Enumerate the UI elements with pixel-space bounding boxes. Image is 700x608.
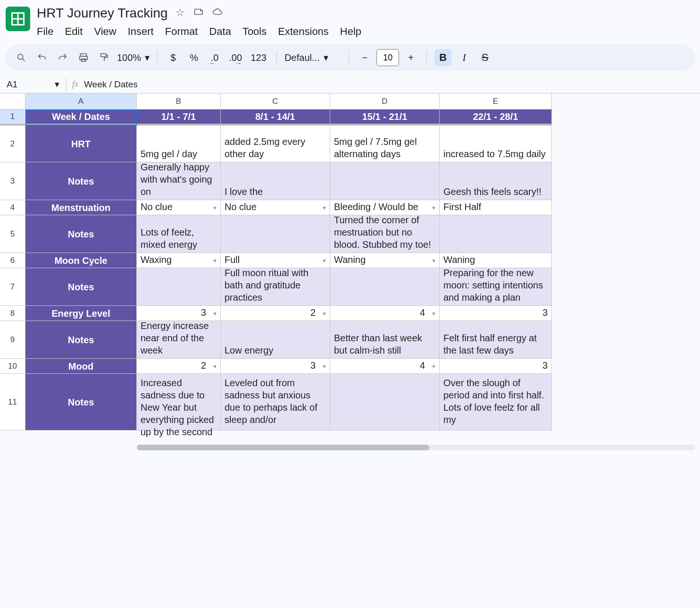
select-all-corner[interactable] <box>0 93 25 110</box>
star-icon[interactable]: ☆ <box>175 7 185 20</box>
menu-help[interactable]: Help <box>340 25 361 38</box>
bold-button[interactable]: B <box>434 49 451 66</box>
cell-a5[interactable]: Notes <box>25 215 137 253</box>
cell-a9[interactable]: Notes <box>25 321 137 359</box>
row-header-6[interactable]: 6 <box>0 253 25 268</box>
cell-a6[interactable]: Moon Cycle <box>25 253 137 268</box>
cell-d1[interactable]: 15/1 - 21/1 <box>330 110 440 126</box>
cell-e9[interactable]: Felt first half energy at the last few d… <box>440 321 552 359</box>
cell-b4[interactable]: No clue <box>137 200 221 215</box>
cell-c2[interactable]: added 2.5mg every other day <box>221 126 330 162</box>
cell-b1[interactable]: 1/1 - 7/1 <box>137 110 221 126</box>
strikethrough-button[interactable]: S <box>477 50 493 66</box>
cell-c5[interactable] <box>221 215 330 253</box>
increase-font-button[interactable]: + <box>403 50 419 66</box>
cell-d5[interactable]: Turned the corner of mestruation but no … <box>330 215 440 253</box>
cell-e10[interactable]: 3 <box>440 359 552 374</box>
cell-e5[interactable] <box>440 215 552 253</box>
cell-e1[interactable]: 22/1 - 28/1 <box>440 110 552 126</box>
cell-d10[interactable]: 4 <box>330 359 440 374</box>
col-header-b[interactable]: B <box>137 93 221 110</box>
cell-a11[interactable]: Notes <box>25 374 137 431</box>
cell-e2[interactable]: increased to 7.5mg daily <box>440 126 552 162</box>
cell-c8[interactable]: 2 <box>221 306 330 321</box>
row-header-8[interactable]: 8 <box>0 306 25 321</box>
cell-b10[interactable]: 2 <box>137 359 221 374</box>
menu-extensions[interactable]: Extensions <box>278 25 329 38</box>
format-currency-button[interactable]: $ <box>165 50 181 66</box>
cell-a4[interactable]: Menstruation <box>25 200 137 215</box>
menu-edit[interactable]: Edit <box>65 25 83 38</box>
cell-e8[interactable]: 3 <box>440 306 552 321</box>
cell-c6[interactable]: Full <box>221 253 330 268</box>
row-header-2[interactable]: 2 <box>0 126 25 162</box>
undo-icon[interactable] <box>34 50 50 66</box>
cell-d8[interactable]: 4 <box>330 306 440 321</box>
row-header-11[interactable]: 11 <box>0 374 25 431</box>
cell-a1[interactable]: Week / Dates <box>25 110 137 126</box>
cell-e6[interactable]: Waning <box>440 253 552 268</box>
formula-input[interactable]: Week / Dates <box>84 79 138 90</box>
cell-a7[interactable]: Notes <box>25 268 137 306</box>
horizontal-scrollbar[interactable] <box>137 445 695 450</box>
cell-b3[interactable]: Generally happy with what's going on <box>137 162 221 200</box>
row-header-10[interactable]: 10 <box>0 359 25 374</box>
cell-e3[interactable]: Geesh this feels scary!! <box>440 162 552 200</box>
cell-d9[interactable]: Better than last week but calm-ish still <box>330 321 440 359</box>
col-header-c[interactable]: C <box>221 93 330 110</box>
print-icon[interactable] <box>75 50 92 66</box>
row-header-9[interactable]: 9 <box>0 321 25 359</box>
increase-decimal-button[interactable]: .00 → <box>227 50 243 66</box>
font-selector[interactable]: Defaul... ▾ <box>284 52 341 63</box>
cell-b6[interactable]: Waxing <box>137 253 221 268</box>
cell-b9[interactable]: Energy increase near end of the week <box>137 321 221 359</box>
decrease-font-button[interactable]: − <box>357 50 373 66</box>
redo-icon[interactable] <box>55 50 71 66</box>
menu-data[interactable]: Data <box>209 25 231 38</box>
cell-c9[interactable]: Low energy <box>221 321 330 359</box>
cell-b7[interactable] <box>137 268 221 306</box>
scrollbar-thumb[interactable] <box>137 445 429 450</box>
cell-e11[interactable]: Over the slough of period and into first… <box>440 374 552 431</box>
name-box[interactable]: A1 ▾ <box>0 76 66 93</box>
cell-a10[interactable]: Mood <box>25 359 137 374</box>
decrease-decimal-button[interactable]: .0 ← <box>207 50 223 66</box>
doc-title[interactable]: HRT Journey Tracking <box>37 6 168 21</box>
cell-b5[interactable]: Lots of feelz, mixed energy <box>137 215 221 253</box>
cell-a2[interactable]: HRT <box>25 126 137 162</box>
cell-a8[interactable]: Energy Level <box>25 306 137 321</box>
cell-c11[interactable]: Leveled out from sadness but anxious due… <box>221 374 330 431</box>
cell-c10[interactable]: 3 <box>221 359 330 374</box>
cell-b2[interactable]: 5mg gel / day <box>137 126 221 162</box>
search-icon[interactable] <box>13 50 29 66</box>
paint-format-icon[interactable] <box>96 50 112 66</box>
col-header-d[interactable]: D <box>330 93 440 110</box>
italic-button[interactable]: I <box>456 50 472 66</box>
menu-file[interactable]: File <box>37 25 53 38</box>
cell-c7[interactable]: Full moon ritual with bath and gratitude… <box>221 268 330 306</box>
cell-c4[interactable]: No clue <box>221 200 330 215</box>
cell-b8[interactable]: 3 <box>137 306 221 321</box>
cell-d7[interactable] <box>330 268 440 306</box>
cell-b11[interactable]: Increased sadness due to New Year but ev… <box>137 374 221 431</box>
format-percent-button[interactable]: % <box>186 50 202 66</box>
row-header-7[interactable]: 7 <box>0 268 25 306</box>
menu-view[interactable]: View <box>94 25 116 38</box>
menu-insert[interactable]: Insert <box>128 25 154 38</box>
cell-e7[interactable]: Preparing for the new moon: setting inte… <box>440 268 552 306</box>
cell-d4[interactable]: Bleeding / Would be <box>330 200 440 215</box>
row-header-5[interactable]: 5 <box>0 215 25 253</box>
menu-format[interactable]: Format <box>165 25 198 38</box>
move-icon[interactable] <box>193 7 204 20</box>
cell-d6[interactable]: Waning <box>330 253 440 268</box>
row-header-4[interactable]: 4 <box>0 200 25 215</box>
cell-e4[interactable]: First Half <box>440 200 552 215</box>
cell-d3[interactable] <box>330 162 440 200</box>
cell-d11[interactable] <box>330 374 440 431</box>
number-format-button[interactable]: 123 <box>248 50 269 66</box>
cloud-status-icon[interactable] <box>212 7 223 20</box>
row-header-1[interactable]: 1 <box>0 110 25 126</box>
col-header-e[interactable]: E <box>440 93 552 110</box>
col-header-a[interactable]: A <box>25 93 137 110</box>
zoom-selector[interactable]: 100% ▾ <box>117 52 150 63</box>
